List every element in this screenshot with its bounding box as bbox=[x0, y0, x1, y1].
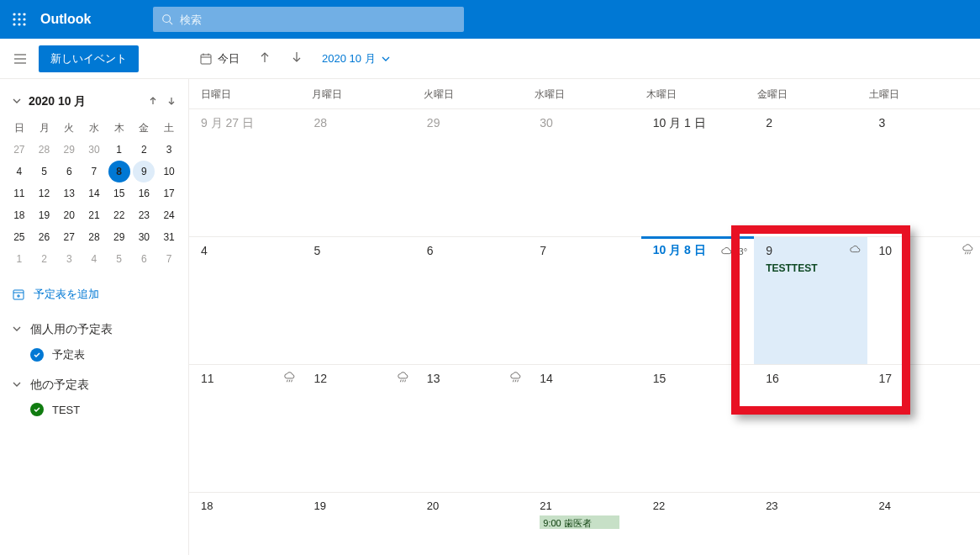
calendar-event[interactable]: TESTTEST bbox=[766, 262, 858, 274]
svg-point-7 bbox=[18, 23, 20, 25]
mini-day[interactable]: 12 bbox=[32, 182, 57, 204]
calendar-day-cell[interactable]: 30 bbox=[528, 108, 640, 236]
day-number: 14 bbox=[540, 372, 632, 385]
group-personal[interactable]: 個人用の予定表 bbox=[7, 314, 182, 341]
calendar-test[interactable]: TEST bbox=[7, 396, 182, 423]
calendar-day-cell[interactable]: 18 bbox=[189, 492, 302, 529]
calendar-day-cell[interactable]: 23 bbox=[754, 492, 867, 529]
calendar-day-cell[interactable]: 219:00 歯医者 bbox=[528, 492, 640, 529]
mini-day[interactable]: 28 bbox=[82, 226, 107, 248]
mini-day[interactable]: 9 bbox=[132, 161, 157, 182]
mini-day[interactable]: 16 bbox=[132, 182, 157, 204]
mini-day[interactable]: 5 bbox=[32, 161, 57, 182]
calendar-day-cell[interactable]: 10 bbox=[867, 236, 980, 364]
mini-day[interactable]: 10 bbox=[156, 161, 182, 182]
calendar-day-cell[interactable]: 6 bbox=[415, 236, 528, 364]
appointment-chip[interactable]: 9:00 歯医者 bbox=[540, 515, 619, 529]
calendar-day-cell[interactable]: 11 bbox=[189, 364, 302, 492]
app-launcher[interactable] bbox=[0, 0, 39, 39]
mini-day[interactable]: 7 bbox=[82, 161, 107, 182]
calendar-day-cell[interactable]: 29 bbox=[415, 108, 528, 236]
prev-period-button[interactable] bbox=[258, 50, 271, 66]
mini-day[interactable]: 31 bbox=[156, 226, 182, 248]
calendar-day-cell[interactable]: 14 bbox=[528, 364, 640, 492]
mini-day[interactable]: 13 bbox=[56, 182, 82, 204]
calendar-day-cell[interactable]: 13 bbox=[415, 364, 528, 492]
today-button[interactable]: 今日 bbox=[199, 39, 240, 79]
mini-day[interactable]: 29 bbox=[56, 139, 82, 161]
chevron-down-icon bbox=[381, 54, 391, 64]
mini-month-label: 2020 10 月 bbox=[29, 94, 148, 109]
mini-day[interactable]: 30 bbox=[132, 226, 157, 248]
calendar-day-cell[interactable]: 16 bbox=[754, 364, 867, 492]
mini-day[interactable]: 22 bbox=[107, 204, 132, 226]
mini-day[interactable]: 30 bbox=[82, 139, 107, 161]
mini-day[interactable]: 5 bbox=[107, 248, 132, 270]
mini-day[interactable]: 19 bbox=[32, 204, 57, 226]
mini-weekday-head: 水 bbox=[82, 118, 107, 139]
mini-day[interactable]: 11 bbox=[7, 182, 32, 204]
calendar-day-cell[interactable]: 22 bbox=[641, 492, 754, 529]
calendar-day-cell[interactable]: 7 bbox=[528, 236, 640, 364]
mini-day[interactable]: 6 bbox=[132, 248, 157, 270]
add-calendar-button[interactable]: 予定表を追加 bbox=[7, 270, 182, 314]
mini-day[interactable]: 8 bbox=[107, 161, 132, 182]
app-brand[interactable]: Outlook bbox=[39, 12, 103, 27]
calendar-day-cell[interactable]: 5 bbox=[302, 236, 414, 364]
mini-day[interactable]: 29 bbox=[107, 226, 132, 248]
calendar-day-cell[interactable]: 2 bbox=[754, 108, 867, 236]
arrow-up-icon bbox=[148, 96, 158, 106]
calendar-day-cell[interactable]: 20 bbox=[415, 492, 528, 529]
mini-day[interactable]: 7 bbox=[156, 248, 182, 270]
mini-day[interactable]: 6 bbox=[56, 161, 82, 182]
calendar-day-cell[interactable]: 3 bbox=[867, 108, 980, 236]
calendar-day-cell[interactable]: 17 bbox=[867, 364, 980, 492]
mini-day[interactable]: 28 bbox=[32, 139, 57, 161]
mini-day[interactable]: 24 bbox=[156, 204, 182, 226]
mini-day[interactable]: 17 bbox=[156, 182, 182, 204]
mini-prev-month[interactable] bbox=[148, 96, 158, 108]
calendar-day-cell[interactable]: 28 bbox=[302, 108, 414, 236]
calendar-day-cell[interactable]: 24 bbox=[867, 492, 980, 529]
calendar-day-cell[interactable]: 4 bbox=[189, 236, 302, 364]
mini-day[interactable]: 20 bbox=[56, 204, 82, 226]
svg-line-34 bbox=[404, 380, 405, 383]
mini-day[interactable]: 27 bbox=[7, 139, 32, 161]
nav-toggle[interactable] bbox=[7, 45, 34, 72]
calendar-day-cell[interactable]: 12 bbox=[302, 364, 414, 492]
calendar-default[interactable]: 予定表 bbox=[7, 341, 182, 369]
mini-day[interactable]: 26 bbox=[32, 226, 57, 248]
calendar-day-cell[interactable]: 10 月 1 日 bbox=[641, 108, 754, 236]
mini-month-toggle[interactable] bbox=[12, 96, 22, 108]
month-picker[interactable]: 2020 10 月 bbox=[322, 51, 391, 66]
mini-day[interactable]: 25 bbox=[7, 226, 32, 248]
calendar-day-cell[interactable]: 10 月 8 日13° bbox=[641, 236, 754, 364]
calendar-day-cell[interactable]: 15 bbox=[641, 364, 754, 492]
mini-day[interactable]: 4 bbox=[82, 248, 107, 270]
calendar-day-cell[interactable]: 19 bbox=[302, 492, 414, 529]
mini-day[interactable]: 15 bbox=[107, 182, 132, 204]
mini-day[interactable]: 2 bbox=[132, 139, 157, 161]
mini-day[interactable]: 1 bbox=[107, 139, 132, 161]
mini-day[interactable]: 18 bbox=[7, 204, 32, 226]
mini-day[interactable]: 27 bbox=[56, 226, 82, 248]
mini-day[interactable]: 21 bbox=[82, 204, 107, 226]
mini-day[interactable]: 1 bbox=[7, 248, 32, 270]
group-other[interactable]: 他の予定表 bbox=[7, 369, 182, 396]
mini-day[interactable]: 4 bbox=[7, 161, 32, 182]
search-input[interactable] bbox=[180, 13, 456, 26]
hamburger-icon bbox=[13, 52, 27, 66]
calendar-day-cell[interactable]: 9 月 27 日 bbox=[189, 108, 302, 236]
mini-day[interactable]: 14 bbox=[82, 182, 107, 204]
search-box[interactable] bbox=[153, 7, 464, 32]
mini-day[interactable]: 23 bbox=[132, 204, 157, 226]
mini-day[interactable]: 2 bbox=[32, 248, 57, 270]
mini-day[interactable]: 3 bbox=[156, 139, 182, 161]
calendar-add-icon bbox=[12, 288, 25, 301]
new-event-button[interactable]: 新しいイベント bbox=[39, 45, 139, 72]
next-period-button[interactable] bbox=[290, 50, 303, 66]
svg-line-36 bbox=[515, 380, 516, 383]
calendar-day-cell[interactable]: 9TESTTEST bbox=[754, 236, 867, 364]
mini-day[interactable]: 3 bbox=[56, 248, 82, 270]
mini-next-month[interactable] bbox=[166, 96, 177, 108]
